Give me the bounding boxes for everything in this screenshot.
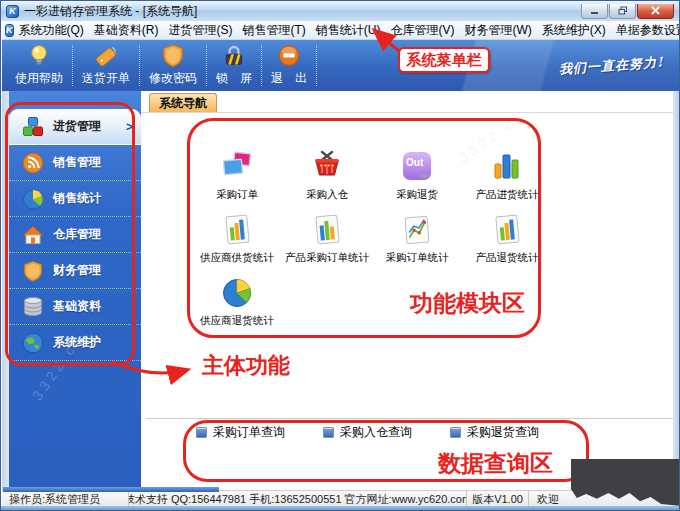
menu-item-sales-stats[interactable]: 销售统计(U) xyxy=(311,21,386,40)
menu-item-maintenance[interactable]: 系统维护(X) xyxy=(537,21,611,40)
menu-item-warehouse[interactable]: 仓库管理(V) xyxy=(386,21,460,40)
menu-item-finance[interactable]: 财务管理(W) xyxy=(460,21,537,40)
chevron-right-icon: > xyxy=(126,120,133,134)
module-label: 供应商供货统计 xyxy=(200,251,274,265)
sidebar-item-finance[interactable]: 财务管理 xyxy=(9,253,141,289)
sidebar-item-maintenance[interactable]: 系统维护 xyxy=(9,325,141,361)
menu-bar: K 系统功能(Q) 基础资料(R) 进货管理(S) 销售管理(T) 销售统计(U… xyxy=(2,21,680,40)
module-label: 供应商退货统计 xyxy=(200,314,274,328)
restore-icon xyxy=(618,6,628,15)
menu-item-system[interactable]: 系统功能(Q) xyxy=(14,21,89,40)
sidebar-item-sales-stats[interactable]: 销售统计 xyxy=(9,181,141,217)
minimize-icon xyxy=(590,6,599,15)
app-logo-icon: K xyxy=(6,5,19,18)
module-purchase-inbound[interactable]: 采购入仓 xyxy=(283,147,371,210)
tab-system-nav[interactable]: 系统导航 xyxy=(149,93,217,112)
module-product-po-stats[interactable]: 产品采购订单统计 xyxy=(283,210,371,273)
query-links: 采购订单查询 采购入仓查询 采购退货查询 xyxy=(196,424,540,441)
cubes-icon xyxy=(22,116,44,138)
photos-icon xyxy=(219,149,255,185)
toolbar-button-lock[interactable]: 锁 屏 xyxy=(209,40,259,91)
menu-item-basic-data[interactable]: 基础资料(R) xyxy=(89,21,164,40)
toolbar-label: 退 出 xyxy=(271,70,307,87)
minimize-button[interactable] xyxy=(581,4,608,19)
toolbar-label: 使用帮助 xyxy=(15,70,63,87)
toolbar-label: 修改密码 xyxy=(149,70,197,87)
module-label: 采购订单统计 xyxy=(386,251,449,265)
query-purchase-inbound[interactable]: 采购入仓查询 xyxy=(323,424,413,441)
module-label: 采购订单 xyxy=(216,188,258,202)
exit-icon xyxy=(275,43,303,68)
toolbar-label: 送货开单 xyxy=(82,70,130,87)
sidebar: 进货管理 > 销售管理 销售统计 xyxy=(9,91,141,491)
main-area: 系统导航 采购订单 采购入仓 xyxy=(141,91,673,490)
sidebar-item-basic-data[interactable]: 基础资料 xyxy=(9,289,141,325)
module-label: 产品进货统计 xyxy=(476,188,539,202)
sidebar-item-label: 销售统计 xyxy=(53,190,101,207)
square-bullet-icon xyxy=(450,427,461,438)
status-version: 版本V1.00 xyxy=(467,491,529,507)
basket-icon xyxy=(309,149,345,185)
menu-item-doc-settings[interactable]: 单据参数设置(Y) xyxy=(611,21,680,40)
doc-bar-chart-icon xyxy=(219,212,255,248)
section-divider xyxy=(146,418,673,419)
right-frame xyxy=(673,91,680,491)
bottom-frame xyxy=(1,506,680,511)
sidebar-item-sales[interactable]: 销售管理 xyxy=(9,145,141,181)
toolbar: 使用帮助 送货开单 修改密码 xyxy=(2,40,680,91)
module-supplier-return-stats[interactable]: 供应商退货统计 xyxy=(193,273,281,336)
menu-item-purchase[interactable]: 进货管理(S) xyxy=(164,21,238,40)
close-button[interactable] xyxy=(637,4,674,19)
toolbar-button-delivery[interactable]: 送货开单 xyxy=(75,40,137,91)
left-frame xyxy=(2,91,9,491)
toolbar-button-help[interactable]: 使用帮助 xyxy=(8,40,70,91)
toolbar-button-password[interactable]: 修改密码 xyxy=(142,40,204,91)
module-product-purchase-stats[interactable]: 产品进货统计 xyxy=(463,147,551,210)
sidebar-item-label: 进货管理 xyxy=(53,118,101,135)
toolbar-separator xyxy=(206,45,207,86)
square-bullet-icon xyxy=(196,427,207,438)
module-po-stats[interactable]: 采购订单统计 xyxy=(373,210,461,273)
query-label: 采购入仓查询 xyxy=(340,424,412,441)
app-window: K 一彩进销存管理系统 - [系统导航] K 系统功能(Q) 基础资料(R) 进… xyxy=(0,0,680,511)
toolbar-label: 锁 屏 xyxy=(216,70,252,87)
module-label: 产品退货统计 xyxy=(476,251,539,265)
doc-line-chart-icon xyxy=(399,212,435,248)
sidebar-item-label: 仓库管理 xyxy=(53,226,101,243)
sidebar-bottom-bar xyxy=(3,487,219,492)
shield-icon xyxy=(159,43,187,68)
bulb-icon xyxy=(25,43,53,68)
sidebar-item-label: 销售管理 xyxy=(53,154,101,171)
toolbar-separator xyxy=(72,45,73,86)
toolbar-separator xyxy=(139,45,140,86)
module-purchase-return[interactable]: Out 采购退货 xyxy=(373,147,461,210)
toolbar-separator xyxy=(261,45,262,86)
square-bullet-icon xyxy=(323,427,334,438)
bar-chart-icon xyxy=(489,149,525,185)
sidebar-item-purchase[interactable]: 进货管理 > xyxy=(9,109,141,145)
sidebar-item-warehouse[interactable]: 仓库管理 xyxy=(9,217,141,253)
query-purchase-order[interactable]: 采购订单查询 xyxy=(196,424,286,441)
house-icon xyxy=(22,224,44,246)
globe-icon xyxy=(22,332,44,354)
query-label: 采购退货查询 xyxy=(467,424,539,441)
close-icon xyxy=(651,6,660,15)
pie-chart-icon xyxy=(219,275,255,311)
title-bar: K 一彩进销存管理系统 - [系统导航] xyxy=(1,1,679,21)
module-purchase-order[interactable]: 采购订单 xyxy=(193,147,281,210)
module-product-return-stats[interactable]: 产品退货统计 xyxy=(463,210,551,273)
toolbar-button-exit[interactable]: 退 出 xyxy=(264,40,314,91)
slogan-text: 我们一直在努力! xyxy=(559,53,665,78)
out-box-icon: Out xyxy=(399,149,435,185)
sidebar-item-label: 财务管理 xyxy=(53,262,101,279)
module-label: 采购入仓 xyxy=(306,188,348,202)
module-label: 产品采购订单统计 xyxy=(285,251,369,265)
pie-chart-icon xyxy=(22,188,44,210)
query-label: 采购订单查询 xyxy=(213,424,285,441)
restore-button[interactable] xyxy=(609,4,636,19)
doc-bar-chart-icon xyxy=(309,212,345,248)
menu-item-sales[interactable]: 销售管理(T) xyxy=(238,21,311,40)
rss-icon xyxy=(22,152,44,174)
module-supplier-supply-stats[interactable]: 供应商供货统计 xyxy=(193,210,281,273)
query-purchase-return[interactable]: 采购退货查询 xyxy=(450,424,540,441)
